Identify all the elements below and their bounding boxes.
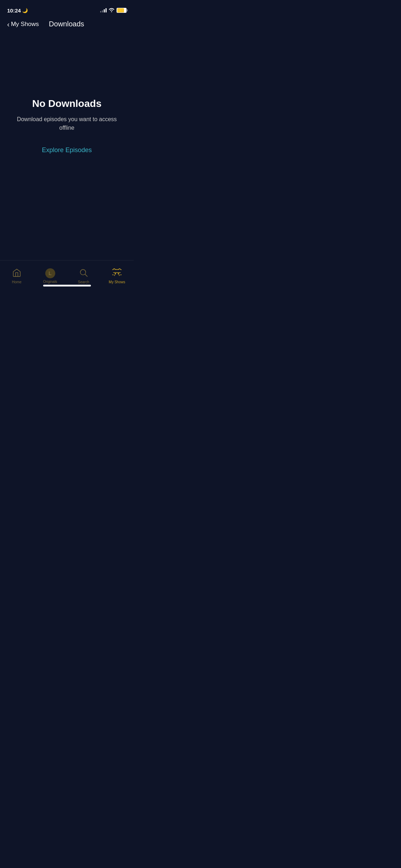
myshows-icon — [112, 268, 122, 279]
wifi-icon — [109, 8, 114, 13]
back-label: My Shows — [11, 21, 39, 28]
time-display: 10:24 — [7, 7, 21, 14]
tab-myshows[interactable]: My Shows — [100, 268, 134, 284]
svg-line-1 — [85, 274, 87, 277]
tab-home-label: Home — [12, 280, 22, 284]
tab-originals[interactable]: L Originals — [34, 268, 67, 284]
nav-header: ‹ My Shows Downloads — [0, 16, 134, 34]
signal-icon — [100, 8, 107, 12]
tab-home[interactable]: Home — [0, 268, 34, 284]
status-icons: ⚡ — [100, 8, 127, 13]
tab-search-label: Search — [78, 280, 89, 284]
svg-point-0 — [81, 269, 86, 275]
home-icon — [12, 268, 21, 279]
tab-originals-label: Originals — [43, 280, 57, 284]
svg-point-3 — [118, 273, 119, 274]
home-indicator — [43, 285, 91, 286]
empty-state-title: No Downloads — [32, 98, 101, 109]
search-icon — [79, 268, 88, 279]
moon-icon: 🌙 — [22, 8, 28, 13]
explore-episodes-link[interactable]: Explore Episodes — [42, 146, 92, 154]
originals-icon: L — [45, 268, 55, 278]
empty-state-subtitle: Download episodes you want to access off… — [14, 115, 119, 132]
tab-search[interactable]: Search — [67, 268, 101, 284]
back-chevron-icon: ‹ — [7, 21, 10, 28]
status-time: 10:24 🌙 — [7, 7, 28, 14]
page-title: Downloads — [49, 20, 84, 28]
status-bar: 10:24 🌙 ⚡ — [0, 0, 134, 16]
back-button[interactable]: ‹ My Shows — [7, 21, 39, 28]
svg-point-2 — [115, 273, 116, 274]
tab-myshows-label: My Shows — [109, 280, 125, 284]
main-content: No Downloads Download episodes you want … — [0, 98, 134, 154]
battery-icon: ⚡ — [117, 8, 127, 13]
